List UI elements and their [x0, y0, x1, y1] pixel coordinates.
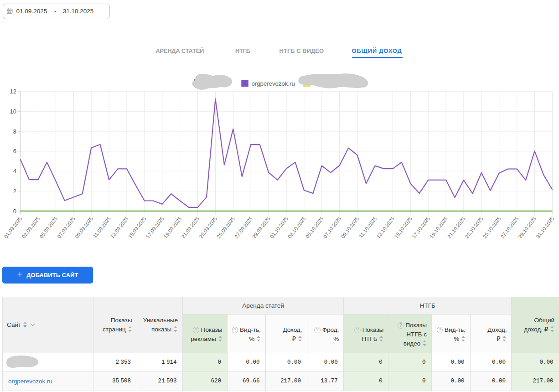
svg-text:31.10.2025: 31.10.2025 — [535, 216, 555, 239]
svg-text:23.09.2025: 23.09.2025 — [198, 216, 218, 239]
svg-text:07.09.2025: 07.09.2025 — [56, 216, 76, 239]
svg-text:29.10.2025: 29.10.2025 — [517, 216, 537, 239]
svg-text:05.09.2025: 05.09.2025 — [38, 216, 58, 239]
svg-text:4: 4 — [13, 168, 16, 175]
svg-text:19.09.2025: 19.09.2025 — [163, 216, 183, 239]
svg-text:03.09.2025: 03.09.2025 — [21, 216, 41, 239]
svg-text:10: 10 — [10, 108, 16, 115]
svg-text:03.10.2025: 03.10.2025 — [287, 216, 307, 239]
svg-text:19.10.2025: 19.10.2025 — [429, 216, 449, 239]
svg-text:29.09.2025: 29.09.2025 — [251, 216, 271, 239]
svg-text:09.09.2025: 09.09.2025 — [74, 216, 94, 239]
svg-text:11.10.2025: 11.10.2025 — [358, 216, 378, 239]
svg-text:27.09.2025: 27.09.2025 — [233, 216, 254, 239]
svg-text:15.09.2025: 15.09.2025 — [127, 216, 147, 239]
svg-text:6: 6 — [13, 148, 16, 155]
svg-text:2: 2 — [13, 188, 16, 195]
svg-text:27.10.2025: 27.10.2025 — [500, 216, 520, 239]
svg-text:17.10.2025: 17.10.2025 — [411, 216, 431, 239]
svg-text:orgperevozok.ru: orgperevozok.ru — [252, 80, 295, 87]
svg-text:13.09.2025: 13.09.2025 — [109, 216, 129, 239]
svg-text:21.10.2025: 21.10.2025 — [446, 216, 466, 239]
svg-text:17.09.2025: 17.09.2025 — [145, 216, 165, 239]
svg-text:09.10.2025: 09.10.2025 — [340, 216, 360, 239]
svg-text:05.10.2025: 05.10.2025 — [305, 216, 325, 239]
svg-text:23.10.2025: 23.10.2025 — [464, 216, 484, 239]
svg-text:0: 0 — [13, 208, 16, 215]
svg-text:25.10.2025: 25.10.2025 — [482, 216, 502, 239]
svg-text:15.10.2025: 15.10.2025 — [393, 216, 413, 239]
svg-text:21.09.2025: 21.09.2025 — [180, 216, 200, 239]
svg-text:01.10.2025: 01.10.2025 — [269, 216, 289, 239]
svg-text:01.09.2025: 01.09.2025 — [3, 216, 23, 239]
svg-text:25.09.2025: 25.09.2025 — [216, 216, 236, 239]
svg-text:07.10.2025: 07.10.2025 — [322, 216, 342, 239]
svg-text:13.10.2025: 13.10.2025 — [375, 216, 395, 239]
svg-text:8: 8 — [13, 128, 16, 135]
svg-text:12: 12 — [10, 88, 16, 95]
svg-text:11.09.2025: 11.09.2025 — [92, 216, 112, 239]
